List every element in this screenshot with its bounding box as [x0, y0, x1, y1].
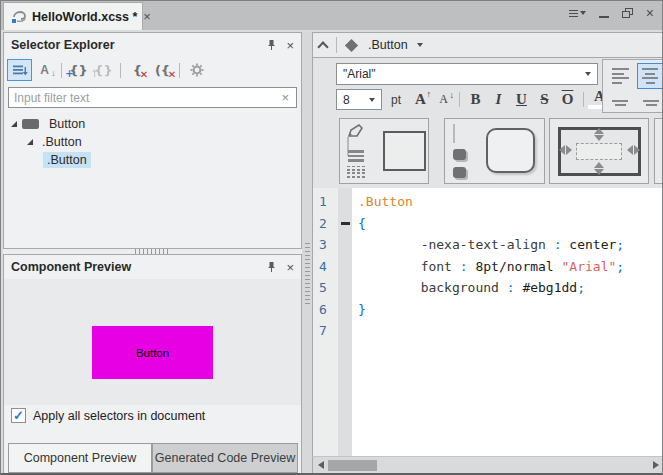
code-token: : [554, 237, 562, 252]
grow-font-button[interactable]: A↑ [409, 91, 432, 108]
document-tab[interactable]: HelloWorld.xcss * × [3, 2, 143, 30]
underline-button[interactable]: U [510, 91, 533, 108]
close-panel-icon[interactable]: × [286, 39, 294, 52]
code-line[interactable] [358, 320, 663, 342]
border-dashed-style-icon[interactable] [347, 166, 366, 179]
current-selector-label[interactable]: .Button [368, 38, 408, 52]
code-line[interactable]: { [358, 213, 663, 235]
close-window-icon[interactable]: × [646, 8, 654, 18]
tree-item[interactable]: Button [4, 115, 301, 133]
font-family-combo[interactable]: "Arial" [336, 63, 598, 85]
selector-dropdown-icon[interactable] [417, 43, 423, 47]
horizontal-scrollbar[interactable] [312, 456, 663, 473]
clear-filter-icon[interactable]: × [274, 90, 296, 105]
scroll-left-arrow-icon[interactable] [318, 461, 324, 469]
selector-tree: Button.Button.Button [4, 111, 301, 169]
bottom-spacing-stepper[interactable] [594, 162, 604, 175]
delete-unused-selectors-button[interactable]: ({✕ [150, 59, 175, 81]
vertical-splitter[interactable] [302, 32, 312, 473]
fold-margin-line [338, 191, 352, 213]
fold-collapse-marker[interactable] [338, 213, 352, 235]
arrow-left-icon [627, 145, 633, 155]
code-token: background [421, 280, 499, 295]
font-size-combo[interactable]: 8 [336, 89, 382, 110]
check-icon: ✓ [13, 409, 24, 422]
sort-alphabetical-button[interactable]: A↓ [32, 59, 57, 81]
shadow-style-icon[interactable] [453, 167, 466, 178]
xcss-code-editor[interactable]: 1234567 .Button{ -nexa-text-align : cent… [312, 188, 663, 456]
top-spacing-stepper[interactable] [594, 128, 604, 141]
restore-icon[interactable] [622, 8, 633, 18]
corner-zoom-icon[interactable] [453, 149, 466, 160]
code-token: ; [616, 237, 624, 252]
border-solid-style-icon[interactable] [348, 150, 364, 162]
component-preview-panel: Component Preview × Button ✓ Apply all s… [3, 254, 302, 473]
close-document-icon[interactable]: × [143, 10, 151, 23]
pin-icon[interactable] [266, 39, 277, 51]
promote-selector-button[interactable]: {}↑ [91, 59, 116, 81]
code-token: 8pt/normal [468, 259, 562, 274]
bold-button[interactable]: B [464, 91, 487, 108]
code-line[interactable]: } [358, 299, 663, 321]
tab-generated-code-preview[interactable]: Generated Code Preview [152, 443, 298, 473]
scroll-right-arrow-icon[interactable] [653, 461, 659, 469]
filter-input[interactable] [9, 91, 274, 105]
shrink-font-button[interactable]: A↓ [432, 92, 455, 107]
code-line[interactable]: font : 8pt/normal "Arial"; [358, 256, 663, 278]
code-line[interactable]: background : #ebg1dd; [358, 277, 663, 299]
tree-item[interactable]: .Button [4, 133, 301, 151]
up-arrow-icon: ↑ [427, 89, 432, 99]
view-document-order-button[interactable] [7, 59, 32, 81]
align-middle-button[interactable] [640, 98, 662, 108]
align-center-button[interactable] [637, 63, 663, 89]
pin-icon[interactable] [266, 261, 277, 273]
align-left-button[interactable] [609, 67, 631, 85]
code-text-area[interactable]: .Button{ -nexa-text-align : center; font… [352, 188, 663, 456]
unit-label: pt [391, 93, 401, 107]
apply-selectors-checkbox[interactable]: ✓ [11, 408, 26, 423]
code-token [452, 259, 460, 274]
window-menu-icon[interactable] [569, 8, 586, 19]
code-token [358, 280, 421, 295]
padding-editor-box[interactable] [576, 143, 622, 160]
italic-button[interactable]: I [487, 91, 510, 108]
preview-button[interactable]: Button [92, 326, 213, 379]
corner-shadow-group [444, 118, 545, 184]
corner-style-button[interactable] [453, 125, 455, 143]
tree-item[interactable]: .Button [4, 151, 301, 169]
window-controls: × [569, 8, 654, 19]
close-panel-icon[interactable]: × [286, 261, 294, 274]
strikethrough-button[interactable]: S [533, 91, 556, 108]
scrollbar-thumb[interactable] [328, 460, 377, 471]
overline-button[interactable]: O [556, 91, 579, 108]
collapse-toolbar-icon[interactable] [317, 41, 328, 52]
font-toolbar: "Arial" 8 pt A↑ A↓ B I U S O A [312, 58, 663, 114]
border-preview-box[interactable] [383, 131, 426, 171]
toolbar-separator [179, 63, 180, 78]
grow-font-letter: A [415, 91, 426, 107]
margin-editor-box[interactable] [558, 127, 641, 176]
corner-radius-preview-box[interactable] [486, 128, 535, 173]
style-widget-row [312, 114, 663, 188]
document-order-icon [12, 64, 28, 77]
add-selector-button[interactable]: {}+ [66, 59, 91, 81]
settings-button[interactable] [184, 59, 209, 81]
expander-icon[interactable] [11, 121, 17, 127]
arrow-right-icon [566, 145, 572, 155]
preview-area: Button [4, 279, 301, 405]
arrow-up-icon [594, 162, 604, 168]
code-line[interactable]: -nexa-text-align : center; [358, 234, 663, 256]
selector-explorer-title: Selector Explorer [11, 38, 257, 52]
expander-icon[interactable] [27, 139, 33, 145]
minimize-icon[interactable] [599, 16, 609, 18]
align-middle-icon [643, 100, 659, 107]
code-line[interactable]: .Button [358, 191, 663, 213]
restore-front-rect [622, 11, 630, 18]
left-spacing-stepper[interactable] [559, 145, 572, 155]
align-top-button[interactable] [609, 98, 631, 108]
delete-selector-button[interactable]: {✕ [125, 59, 150, 81]
code-folding-margin[interactable] [338, 188, 352, 456]
right-spacing-stepper[interactable] [627, 145, 640, 155]
corner-swatch [453, 124, 455, 143]
tab-component-preview[interactable]: Component Preview [8, 443, 152, 473]
